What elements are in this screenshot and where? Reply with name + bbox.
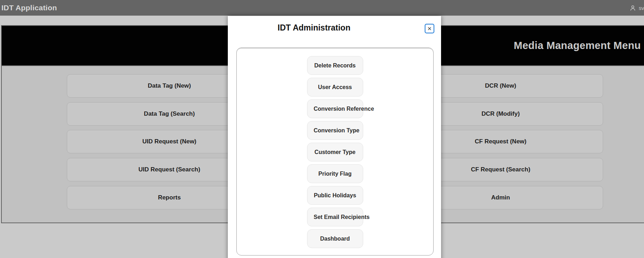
conversion-type-button[interactable]: Conversion Type [307,121,363,140]
top-app-bar: IDT Application svc_ [0,0,644,16]
public-holidays-button[interactable]: Public Holidays [307,186,363,205]
app-title: IDT Application [0,4,57,12]
close-icon: ✕ [427,26,432,31]
dialog-title: IDT Administration [228,23,400,33]
delete-records-button[interactable]: Delete Records [307,56,363,75]
admin-actions-panel: Delete Records User Access Conversion Re… [236,48,434,256]
user-menu[interactable]: svc_ [629,0,644,16]
priority-flag-button[interactable]: Priority Flag [307,164,363,183]
dashboard-button[interactable]: Dashboard [307,229,363,248]
person-icon [629,5,636,11]
page-title: Media Management Menu [514,40,644,51]
username-label: svc_ [639,5,644,11]
idt-administration-dialog: IDT Administration ✕ Delete Records User… [228,16,441,258]
conversion-reference-button[interactable]: Conversion Reference [307,99,363,118]
close-button[interactable]: ✕ [425,24,434,33]
user-access-button[interactable]: User Access [307,78,363,97]
customer-type-button[interactable]: Customer Type [307,143,363,161]
set-email-recipients-button[interactable]: Set Email Recipients [307,208,363,226]
